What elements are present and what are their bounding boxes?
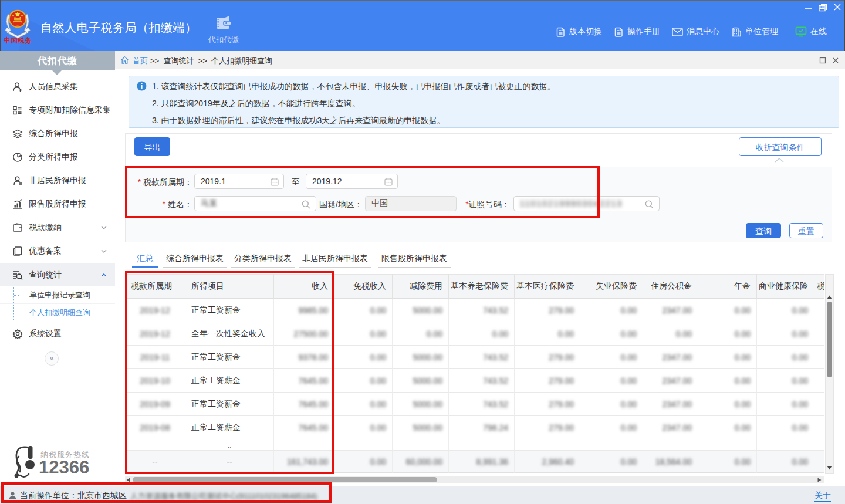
svg-text:中国税务: 中国税务 <box>4 36 32 44</box>
